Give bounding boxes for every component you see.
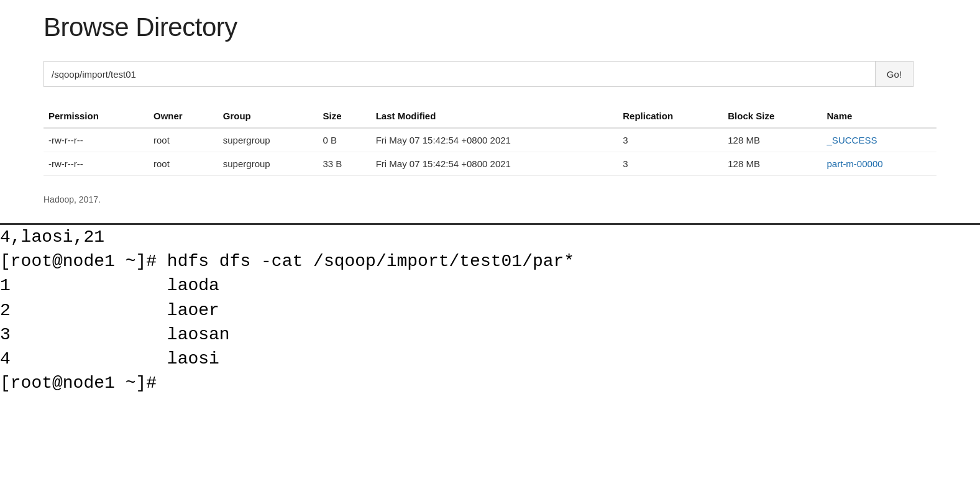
cell-group: supergroup: [218, 128, 318, 152]
terminal-line: [root@node1 ~]# hdfs dfs -cat /sqoop/imp…: [0, 249, 980, 273]
terminal-line: 4 laosi: [0, 347, 980, 371]
cell-last_modified: Fri May 07 15:42:54 +0800 2021: [371, 128, 618, 152]
cell-permission: -rw-r--r--: [44, 152, 149, 176]
cell-size: 0 B: [318, 128, 370, 152]
path-input[interactable]: [44, 62, 875, 86]
cell-replication: 3: [618, 128, 723, 152]
terminal-line: 2 laoer: [0, 298, 980, 322]
col-permission: Permission: [44, 106, 149, 128]
footer-text: Hadoop, 2017.: [44, 194, 936, 204]
terminal-section: 4,laosi,21[root@node1 ~]# hdfs dfs -cat …: [0, 223, 980, 395]
page-wrapper: Browse Directory Go! Permission Owner Gr…: [0, 0, 980, 204]
terminal-line: 3 laosan: [0, 322, 980, 347]
table-row: -rw-r--r--rootsupergroup33 BFri May 07 1…: [44, 152, 936, 176]
table-row: -rw-r--r--rootsupergroup0 BFri May 07 15…: [44, 128, 936, 152]
terminal-line: [root@node1 ~]#: [0, 371, 980, 395]
table-header-row: Permission Owner Group Size Last Modifie…: [44, 106, 936, 128]
directory-table: Permission Owner Group Size Last Modifie…: [44, 106, 936, 176]
page-title: Browse Directory: [44, 12, 936, 42]
cell-block_size: 128 MB: [723, 128, 822, 152]
cell-name[interactable]: part-m-00000: [822, 152, 936, 176]
go-button[interactable]: Go!: [875, 62, 913, 86]
cell-owner: root: [149, 152, 218, 176]
col-name: Name: [822, 106, 936, 128]
cell-replication: 3: [618, 152, 723, 176]
col-size: Size: [318, 106, 370, 128]
col-block-size: Block Size: [723, 106, 822, 128]
file-link[interactable]: _SUCCESS: [827, 135, 877, 145]
cell-group: supergroup: [218, 152, 318, 176]
cell-name[interactable]: _SUCCESS: [822, 128, 936, 152]
col-last-modified: Last Modified: [371, 106, 618, 128]
col-owner: Owner: [149, 106, 218, 128]
search-bar: Go!: [44, 61, 914, 87]
file-link[interactable]: part-m-00000: [827, 158, 883, 169]
cell-owner: root: [149, 128, 218, 152]
col-group: Group: [218, 106, 318, 128]
cell-size: 33 B: [318, 152, 370, 176]
terminal-line: 4,laosi,21: [0, 225, 980, 249]
col-replication: Replication: [618, 106, 723, 128]
terminal-line: 1 laoda: [0, 273, 980, 298]
cell-permission: -rw-r--r--: [44, 128, 149, 152]
cell-block_size: 128 MB: [723, 152, 822, 176]
cell-last_modified: Fri May 07 15:42:54 +0800 2021: [371, 152, 618, 176]
